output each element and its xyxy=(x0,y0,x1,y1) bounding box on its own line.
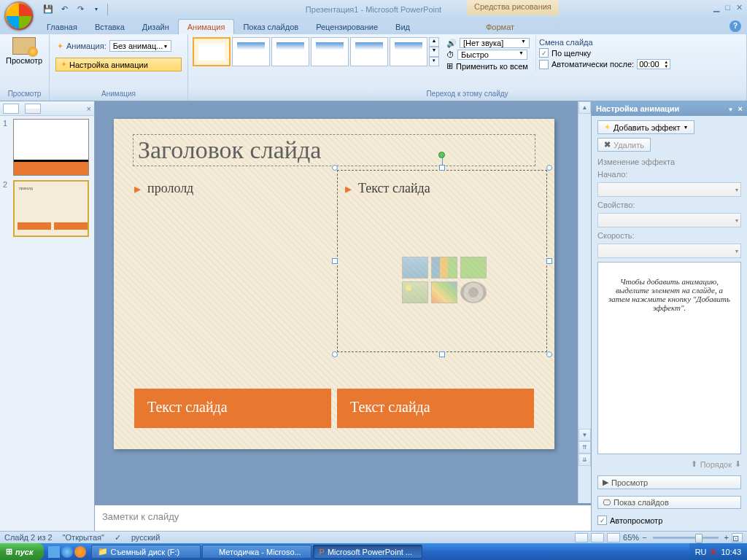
gallery-down-icon[interactable]: ▼ xyxy=(429,47,439,56)
canvas-area[interactable]: Заголовок слайда прололд Текст слайда xyxy=(95,101,591,531)
zoom-out-icon[interactable]: − xyxy=(642,533,646,542)
preview-icon xyxy=(12,37,36,55)
auto-after-checkbox[interactable] xyxy=(539,60,549,69)
transition-item[interactable] xyxy=(271,37,309,66)
transition-none[interactable] xyxy=(193,37,231,66)
text-box-right[interactable]: Текст слайда xyxy=(337,389,534,428)
zoom-value[interactable]: 65% xyxy=(623,533,639,542)
ql-desktop-icon[interactable] xyxy=(48,546,60,558)
slide-thumbnail-1[interactable] xyxy=(13,119,89,176)
transition-item[interactable] xyxy=(311,37,349,66)
auto-after-time[interactable]: 00:00▲▼ xyxy=(637,59,670,69)
normal-view-icon[interactable] xyxy=(575,533,588,542)
tray-kaspersky-icon[interactable]: K xyxy=(711,548,717,556)
resize-handle[interactable] xyxy=(546,258,552,264)
pane-close-icon[interactable]: × xyxy=(738,104,743,113)
resize-handle[interactable] xyxy=(332,258,338,264)
slide-thumbnail-2[interactable]: проколд xyxy=(13,180,89,237)
taskbar-task[interactable]: 📁Съемный диск (F:) xyxy=(91,545,201,559)
tab-design[interactable]: Дизайн xyxy=(133,20,178,34)
speed-combo[interactable]: Быстро▼ xyxy=(457,50,527,60)
resize-handle[interactable] xyxy=(332,351,338,357)
restore-icon[interactable]: □ xyxy=(725,3,730,12)
tab-view[interactable]: Вид xyxy=(387,20,419,34)
group-preview-label: Просмотр xyxy=(3,88,46,99)
sound-combo[interactable]: [Нет звука]▼ xyxy=(460,38,530,48)
word-icon: W xyxy=(209,548,216,556)
help-icon[interactable]: ? xyxy=(729,20,741,32)
text-box-left[interactable]: Текст слайда xyxy=(134,389,331,428)
tab-animation[interactable]: Анимация xyxy=(178,19,235,34)
scroll-up-icon[interactable]: ▲ xyxy=(578,101,591,114)
save-icon[interactable]: 💾 xyxy=(41,2,55,17)
scroll-down-icon[interactable]: ▼ xyxy=(578,429,591,441)
slide-canvas[interactable]: Заголовок слайда прололд Текст слайда xyxy=(114,119,554,449)
bullet-item[interactable]: Текст слайда xyxy=(345,181,546,196)
tab-home[interactable]: Главная xyxy=(38,20,86,34)
tab-slideshow[interactable]: Показ слайдов xyxy=(234,20,307,34)
slideshow-button[interactable]: 🖵Показ слайдов xyxy=(597,496,741,509)
next-slide-icon[interactable]: ⇊ xyxy=(578,454,591,466)
bullet-item[interactable]: прололд xyxy=(134,181,331,196)
add-effect-button[interactable]: ✦ Добавить эффект ▼ xyxy=(597,120,694,134)
panel-close-icon[interactable]: × xyxy=(87,104,91,113)
effect-list: Чтобы добавить анимацию, выделите элемен… xyxy=(597,262,741,454)
transition-item[interactable] xyxy=(232,37,270,66)
ql-media-icon[interactable] xyxy=(74,546,86,558)
insert-chart-icon[interactable] xyxy=(431,257,457,279)
insert-media-icon[interactable] xyxy=(460,281,487,303)
insert-smartart-icon[interactable] xyxy=(460,257,487,279)
qat-dropdown-icon[interactable]: ▼ xyxy=(89,2,104,17)
outline-tab[interactable] xyxy=(25,104,41,114)
play-icon: ▶ xyxy=(603,478,608,487)
play-button[interactable]: ▶Просмотр xyxy=(597,475,741,489)
animation-settings-button[interactable]: ✦ Настройка анимации xyxy=(55,58,182,71)
language-status[interactable]: русский xyxy=(131,533,160,542)
slideshow-view-icon[interactable] xyxy=(607,533,620,542)
autopreview-checkbox[interactable]: ✓ xyxy=(597,516,607,525)
preview-button[interactable]: Просмотр xyxy=(3,36,45,66)
gallery-more-icon[interactable]: ▾ xyxy=(429,57,439,66)
undo-icon[interactable]: ↶ xyxy=(57,2,71,17)
zoom-slider[interactable] xyxy=(653,537,719,539)
office-button[interactable] xyxy=(4,1,34,31)
taskbar-task-active[interactable]: PMicrosoft PowerPoint ... xyxy=(313,545,422,559)
notes-pane[interactable]: Заметки к слайду xyxy=(95,503,591,531)
insert-clipart-icon[interactable] xyxy=(431,281,457,303)
minimize-icon[interactable]: ▁ xyxy=(713,3,719,12)
tab-review[interactable]: Рецензирование xyxy=(307,20,387,34)
close-icon[interactable]: ✕ xyxy=(736,3,743,12)
taskbar-task[interactable]: WМетодичка - Microso... xyxy=(202,545,311,559)
tray-clock[interactable]: 10:43 xyxy=(721,548,741,556)
insert-table-icon[interactable] xyxy=(402,257,428,279)
insert-picture-icon[interactable] xyxy=(402,281,428,303)
tray-lang[interactable]: RU xyxy=(695,548,707,556)
slides-tab[interactable] xyxy=(3,104,19,114)
apply-all-button[interactable]: ⊞ Применить ко всем xyxy=(446,61,530,71)
content-right-placeholder[interactable]: Текст слайда xyxy=(337,170,547,352)
resize-handle[interactable] xyxy=(439,351,445,357)
vertical-scrollbar[interactable]: ▲ ▼ ⇈ ⇊ xyxy=(578,101,591,503)
zoom-in-icon[interactable]: + xyxy=(724,533,729,542)
fit-window-icon[interactable]: ⊡ xyxy=(732,533,743,542)
resize-handle[interactable] xyxy=(546,165,552,171)
start-button[interactable]: ⊞ пуск xyxy=(0,543,44,560)
resize-handle[interactable] xyxy=(546,351,552,357)
tab-format[interactable]: Формат xyxy=(477,20,523,34)
sorter-view-icon[interactable] xyxy=(591,533,604,542)
gallery-up-icon[interactable]: ▲ xyxy=(429,37,439,47)
animation-combo[interactable]: Без анимац...▼ xyxy=(109,40,172,52)
slide-title-placeholder[interactable]: Заголовок слайда xyxy=(133,134,535,166)
transition-item[interactable] xyxy=(350,37,388,66)
transition-item[interactable] xyxy=(390,37,427,66)
redo-icon[interactable]: ↷ xyxy=(73,2,88,17)
prev-slide-icon[interactable]: ⇈ xyxy=(578,441,591,454)
on-click-checkbox[interactable]: ✓ xyxy=(539,48,549,58)
ql-ie-icon[interactable] xyxy=(61,546,73,558)
tab-insert[interactable]: Вставка xyxy=(86,20,133,34)
content-left-placeholder[interactable]: прололд xyxy=(134,181,331,196)
pane-dropdown-icon[interactable]: ▼ xyxy=(728,106,734,113)
spellcheck-icon[interactable]: ✓ xyxy=(115,533,121,542)
transition-gallery[interactable]: ▲ ▼ ▾ xyxy=(191,36,441,68)
slide-panel: × 1 2 проколд xyxy=(0,101,95,531)
